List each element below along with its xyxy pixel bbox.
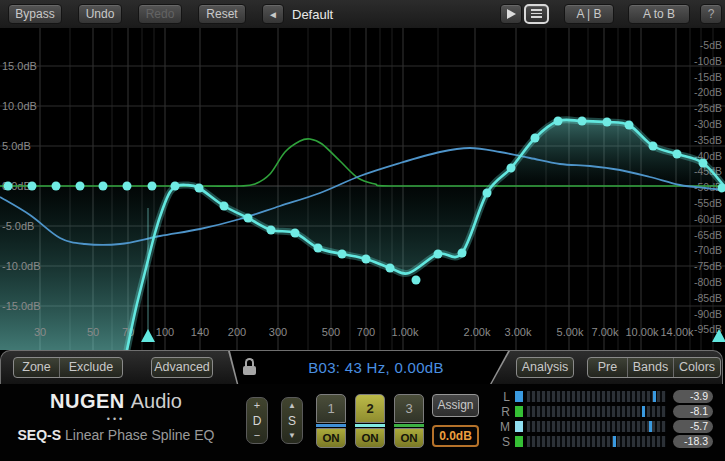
a-to-b-button[interactable]: A to B xyxy=(628,4,690,24)
brand-name: NUGEN xyxy=(50,390,125,412)
eq-control-point[interactable] xyxy=(362,255,371,264)
bottom-panel: NUGENAudio ••• SEQ-SLinear Phase Spline … xyxy=(0,384,725,461)
eq-control-point[interactable] xyxy=(649,142,658,151)
eq-control-point[interactable] xyxy=(699,159,708,168)
meter-value: -18.3 xyxy=(673,435,713,448)
eq-control-point[interactable] xyxy=(291,229,300,238)
assign-button[interactable]: Assign xyxy=(432,394,479,417)
eq-control-point[interactable] xyxy=(531,134,540,143)
band-1-select[interactable]: 1 xyxy=(316,394,346,423)
band-1-on-toggle[interactable]: ON xyxy=(316,428,346,448)
minus-icon[interactable]: − xyxy=(254,431,260,440)
zone-button[interactable]: Zone xyxy=(14,358,60,377)
eq-control-point[interactable] xyxy=(244,214,253,223)
freq-axis-label: 50 xyxy=(87,326,99,338)
eq-control-point[interactable] xyxy=(28,182,37,191)
top-toolbar: Bypass Undo Redo Reset ◄ Default A | B A… xyxy=(0,0,725,29)
meter-label: R xyxy=(497,405,510,419)
logo-dots: ••• xyxy=(10,414,222,424)
eq-control-point[interactable] xyxy=(338,250,347,259)
help-button[interactable]: ? xyxy=(700,4,722,24)
bypass-button[interactable]: Bypass xyxy=(8,4,62,24)
eq-control-point[interactable] xyxy=(458,249,467,258)
band-1: 1 ON xyxy=(316,394,346,448)
eq-control-point[interactable] xyxy=(507,164,516,173)
undo-button[interactable]: Undo xyxy=(78,4,122,24)
db-axis-label: -15.0dB xyxy=(2,300,41,312)
eq-control-point[interactable] xyxy=(314,244,323,253)
freq-marker-triangle[interactable] xyxy=(141,329,155,342)
eq-control-point[interactable] xyxy=(123,182,132,191)
menu-list-icon xyxy=(531,9,542,18)
eq-control-point[interactable] xyxy=(483,189,492,198)
analyzer-db-label: -90dB xyxy=(694,308,722,320)
freq-axis-label: 3.00k xyxy=(505,326,532,338)
eq-control-point[interactable] xyxy=(603,118,612,127)
eq-control-point[interactable] xyxy=(148,182,157,191)
eq-control-point[interactable] xyxy=(434,250,443,259)
delta-control[interactable]: + D − xyxy=(246,397,268,444)
preset-menu-button[interactable] xyxy=(524,4,549,24)
preset-prev-button[interactable]: ◄ xyxy=(262,4,284,24)
analyzer-db-label: -10dB xyxy=(694,55,722,67)
solo-control[interactable]: ▲ S ▼ xyxy=(281,397,303,444)
db-axis-label: -10.0dB xyxy=(2,260,41,272)
analyzer-db-label: -70dB xyxy=(694,244,722,256)
analyzer-db-label: -75dB xyxy=(694,260,722,272)
eq-control-point[interactable] xyxy=(76,182,85,191)
eq-control-point[interactable] xyxy=(99,182,108,191)
zone-exclude-group: Zone Exclude xyxy=(13,357,123,378)
redo-button[interactable]: Redo xyxy=(138,4,182,24)
freq-axis-label: 700 xyxy=(357,326,375,338)
eq-control-point[interactable] xyxy=(220,202,229,211)
eq-control-point[interactable] xyxy=(52,182,61,191)
analyzer-db-label: -80dB xyxy=(694,276,722,288)
left-arrow-icon: ◄ xyxy=(268,9,278,20)
band-2-on-toggle[interactable]: ON xyxy=(355,428,385,448)
pre-button[interactable]: Pre xyxy=(588,358,628,377)
band-3-select[interactable]: 3 xyxy=(394,394,424,423)
down-arrow-icon[interactable]: ▼ xyxy=(288,431,296,440)
meter-level-indicator xyxy=(515,421,523,432)
meter-label: L xyxy=(497,390,510,404)
freq-axis-label: 100 xyxy=(156,326,174,338)
meter-level-indicator xyxy=(515,436,523,447)
eq-control-point[interactable] xyxy=(625,121,634,130)
bands-button[interactable]: Bands xyxy=(628,358,674,377)
analyzer-db-label: -20dB xyxy=(694,86,722,98)
eq-control-point[interactable] xyxy=(578,117,587,126)
band-3-on-toggle[interactable]: ON xyxy=(394,428,424,448)
exclude-button[interactable]: Exclude xyxy=(60,358,122,377)
meter-value: -8.1 xyxy=(673,405,713,418)
preset-next-button[interactable] xyxy=(500,4,522,24)
brand-sub: Audio xyxy=(131,390,182,412)
eq-graph[interactable]: 15.0dB10.0dB5.0dB0.0dB-5.0dB-10.0dB-15.0… xyxy=(0,28,725,350)
meter-value: -5.7 xyxy=(673,420,713,433)
level-meters: L -3.9 R -8.1 M -5.7 S -18.3 xyxy=(497,391,713,451)
eq-control-point[interactable] xyxy=(673,150,682,159)
eq-graph-canvas[interactable]: 15.0dB10.0dB5.0dB0.0dB-5.0dB-10.0dB-15.0… xyxy=(0,28,725,350)
brand-logo: NUGENAudio ••• SEQ-SLinear Phase Spline … xyxy=(10,390,222,443)
eq-control-point[interactable] xyxy=(267,226,276,235)
analysis-button[interactable]: Analysis xyxy=(516,357,574,378)
plugin-window: Bypass Undo Redo Reset ◄ Default A | B A… xyxy=(0,0,725,461)
eq-control-point[interactable] xyxy=(412,276,421,285)
reset-button[interactable]: Reset xyxy=(198,4,246,24)
band-2-select[interactable]: 2 xyxy=(355,394,385,423)
meter-peak-marker xyxy=(613,436,616,447)
plus-icon[interactable]: + xyxy=(254,401,260,410)
up-arrow-icon[interactable]: ▲ xyxy=(288,401,296,410)
band-stripe xyxy=(394,424,424,427)
lock-icon[interactable] xyxy=(242,358,257,378)
eq-control-point[interactable] xyxy=(171,182,180,191)
preset-name[interactable]: Default xyxy=(292,7,333,22)
ab-toggle-button[interactable]: A | B xyxy=(564,4,614,24)
colors-button[interactable]: Colors xyxy=(674,358,720,377)
eq-control-point[interactable] xyxy=(554,117,563,126)
advanced-button[interactable]: Advanced xyxy=(151,357,213,378)
eq-control-point[interactable] xyxy=(4,182,13,191)
meter-row-m: M -5.7 xyxy=(497,421,713,432)
eq-control-point[interactable] xyxy=(386,264,395,273)
eq-control-point[interactable] xyxy=(195,184,204,193)
gain-readout[interactable]: 0.0dB xyxy=(432,425,479,447)
